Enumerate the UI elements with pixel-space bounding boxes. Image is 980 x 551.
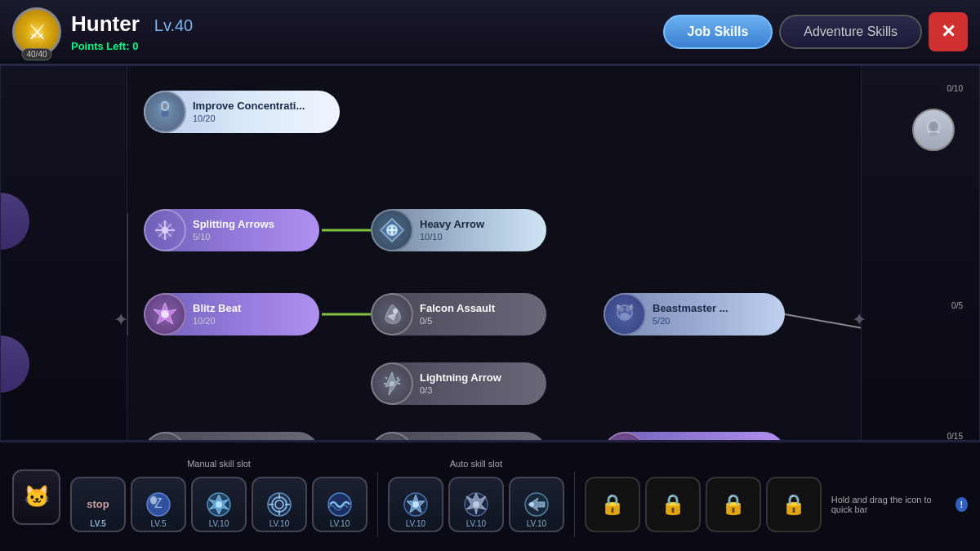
left-bubble-2	[1, 335, 29, 393]
right-bot-node-container: 0/15	[947, 432, 963, 441]
beastmaster-label: Beastmaster ... 5/20	[646, 299, 738, 331]
splitting-arrows-label: Splitting Arrows 5/10	[186, 215, 284, 247]
close-button[interactable]: ✕	[929, 12, 968, 51]
manual-slot-1[interactable]: stop LV.5	[70, 477, 126, 532]
skill-detonator[interactable]: Detonator 0/8	[604, 432, 785, 441]
cross-deco-left: ✦	[114, 309, 128, 331]
falcon-assault-icon	[371, 293, 413, 335]
level-badge: 40/40	[21, 48, 51, 60]
detonator-icon	[604, 432, 646, 441]
svg-line-31	[385, 377, 387, 379]
manual-slot-5[interactable]: LV.10	[312, 477, 368, 532]
left-bubble-1	[1, 193, 29, 250]
auto-section: Auto skill slot LV.10 LV.10	[388, 462, 564, 532]
auto-slot-3[interactable]: LV.10	[509, 477, 564, 532]
svg-point-74	[473, 501, 479, 508]
blitz-beat-label: Blitz Beat 10/20	[186, 299, 251, 331]
hold-drag-label: Hold and drag the icon to quick bar	[831, 495, 951, 514]
svg-point-76	[529, 502, 534, 507]
auto-slot-2[interactable]: LV.10	[448, 477, 504, 532]
right-bot-pts: 0/15	[947, 432, 963, 441]
blitz-beat-icon	[144, 293, 186, 335]
svg-rect-28	[617, 304, 620, 309]
adventure-skills-button[interactable]: Adventure Skills	[779, 15, 922, 49]
left-panel: ✦	[1, 66, 127, 440]
manual-slot-2[interactable]: Z LV.5	[131, 477, 186, 532]
info-icon[interactable]: !	[956, 497, 968, 512]
skill-heavy-arrow[interactable]: Heavy Arrow 10/10	[371, 209, 546, 251]
right-top-node-container: 0/10	[947, 84, 963, 93]
svg-point-11	[163, 103, 167, 109]
svg-point-70	[328, 493, 351, 516]
svg-rect-51	[929, 132, 938, 136]
frost-trap-icon	[144, 432, 186, 441]
svg-point-72	[412, 501, 419, 508]
auto-slot-label: Auto skill slot	[450, 459, 502, 469]
skill-splitting-arrows[interactable]: Splitting Arrows 5/10	[144, 209, 319, 251]
svg-point-62	[216, 501, 222, 508]
job-level: Lv.40	[154, 16, 193, 35]
beastmaster-icon	[604, 293, 646, 335]
right-mid-pts: 0/5	[951, 301, 963, 310]
header-buttons: Job Skills Adventure Skills ✕	[663, 12, 968, 51]
hold-drag-hint: Hold and drag the icon to quick bar !	[831, 480, 968, 514]
points-left-value: 0	[132, 40, 138, 52]
heavy-arrow-icon	[371, 209, 413, 251]
svg-point-22	[161, 310, 169, 318]
skill-lightning-arrow[interactable]: Lightning Arrow 0/3	[371, 362, 546, 405]
locked-slot-1[interactable]: 🔒	[585, 477, 640, 532]
skill-blitz-beat[interactable]: Blitz Beat 10/20	[144, 293, 319, 335]
manual-slot-4[interactable]: LV.10	[252, 477, 307, 532]
manual-section: Manual skill slot stop LV.5 Z LV.5	[70, 462, 368, 532]
header: ⚔ 40/40 Hunter Lv.40 Points Left: 0 Job …	[0, 0, 980, 65]
right-top-skill[interactable]	[912, 109, 955, 151]
lightning-arrow-icon	[371, 362, 413, 405]
skill-falcon-assault[interactable]: Falcon Assault 0/5	[371, 293, 546, 335]
claymore-trap-icon	[371, 432, 413, 441]
manual-slot-label: Manual skill slot	[187, 459, 251, 469]
right-top-pts: 0/10	[947, 84, 963, 93]
svg-point-27	[620, 313, 630, 319]
cross-deco-right: ✦	[852, 309, 866, 331]
avatar: ⚔ 40/40	[12, 7, 61, 56]
svg-rect-29	[630, 304, 633, 309]
detonator-label: Detonator 0/8	[646, 438, 712, 441]
locked-slot-4[interactable]: 🔒	[766, 477, 822, 532]
frost-trap-label: Frost Trap 0/5	[186, 438, 255, 441]
divider-2	[574, 472, 575, 537]
header-info: Hunter Lv.40 Points Left: 0	[71, 11, 193, 52]
skill-frost-trap[interactable]: Frost Trap 0/5	[144, 432, 319, 441]
svg-point-59	[150, 496, 157, 504]
right-mid-node-container: 0/5	[951, 301, 963, 310]
svg-point-30	[390, 381, 394, 386]
job-title: Hunter	[71, 11, 140, 37]
locked-section: 🔒 🔒 🔒 🔒	[585, 462, 822, 532]
svg-line-2	[785, 314, 862, 328]
skill-improve-concentration[interactable]: Improve Concentrati... 10/20	[144, 91, 340, 133]
auto-slot-1[interactable]: LV.10	[388, 477, 443, 532]
svg-point-49	[929, 122, 938, 131]
svg-point-23	[393, 309, 398, 313]
job-skills-button[interactable]: Job Skills	[663, 15, 773, 49]
lightning-arrow-label: Lightning Arrow 0/3	[413, 368, 511, 400]
locked-slot-3[interactable]: 🔒	[706, 477, 761, 532]
points-left: Points Left: 0	[71, 40, 193, 52]
falcon-assault-label: Falcon Assault 0/5	[413, 299, 505, 331]
improve-concentration-label: Improve Concentrati... 10/20	[186, 96, 314, 128]
improve-concentration-icon	[144, 91, 186, 133]
claymore-trap-label: Claymore Trap 0/10	[413, 438, 503, 441]
svg-line-32	[397, 377, 399, 379]
skill-claymore-trap[interactable]: Claymore Trap 0/10	[371, 432, 546, 441]
divider-1	[377, 472, 378, 537]
locked-slot-2[interactable]: 🔒	[645, 477, 701, 532]
heavy-arrow-label: Heavy Arrow 10/10	[413, 215, 494, 247]
pet-slot[interactable]: 🐱	[12, 469, 60, 525]
svg-point-17	[162, 227, 168, 233]
skill-beastmaster[interactable]: Beastmaster ... 5/20	[604, 293, 785, 335]
manual-slot-3[interactable]: LV.10	[191, 477, 247, 532]
skill-tree: ✦ ✦ Improve Concentrati... 10/20	[0, 65, 980, 441]
splitting-arrows-icon	[144, 209, 186, 251]
bottom-bar: 🐱 Manual skill slot stop LV.5 Z LV.5	[0, 441, 980, 551]
